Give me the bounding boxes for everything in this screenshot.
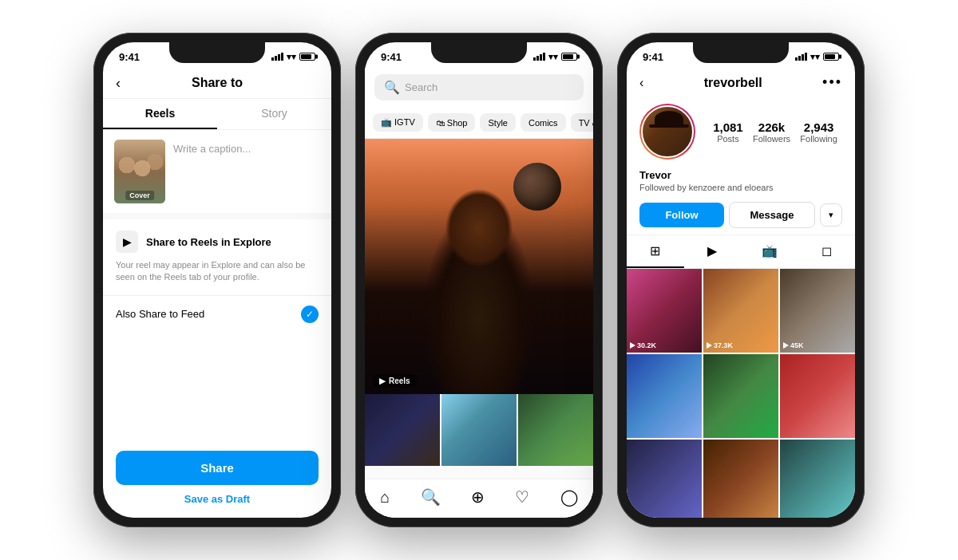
category-style[interactable]: Style: [480, 113, 515, 132]
time-1: 9:41: [119, 51, 140, 63]
posts-stat: 1,081 Posts: [713, 120, 743, 144]
posts-label: Posts: [713, 134, 743, 144]
status-icons-3: ▾▾: [795, 52, 839, 62]
battery-icon-1: [299, 53, 315, 61]
profile-grid-cell-5[interactable]: [703, 354, 778, 438]
battery-icon-2: [561, 53, 577, 61]
status-icons-2: ▾▾: [533, 52, 577, 62]
add-nav-icon[interactable]: ⊕: [471, 487, 485, 507]
wifi-icon-3: ▾▾: [810, 52, 820, 62]
category-shop[interactable]: 🛍 Shop: [428, 113, 476, 132]
share-header: ‹ Share to: [103, 68, 331, 99]
also-share-row[interactable]: Also Share to Feed ✓: [103, 295, 331, 333]
follow-button[interactable]: Follow: [639, 203, 724, 227]
tab-tv[interactable]: 📺: [741, 235, 798, 268]
notch-2: [431, 42, 527, 63]
heart-nav-icon[interactable]: ♡: [515, 487, 529, 507]
search-icon: 🔍: [384, 80, 400, 95]
tabs-container: Reels Story: [103, 99, 331, 130]
phone-3-screen: 9:41 ▾▾ ‹ trevorbell •••: [627, 42, 855, 518]
following-stat[interactable]: 2,943 Following: [800, 120, 837, 144]
more-options-icon[interactable]: •••: [822, 74, 842, 91]
phone2-content: 🔍 Search 📺 IGTV 🛍 Shop Style Comics TV &…: [365, 68, 593, 518]
content-tabs: ⊞ ▶ 📺 ◻: [627, 235, 855, 269]
grid-thumb-2[interactable]: [441, 394, 517, 466]
profile-grid-cell-2[interactable]: 37.3K: [703, 269, 778, 353]
also-share-label: Also Share to Feed: [116, 308, 204, 320]
phone-1-screen: 9:41 ▾▾ ‹ Share to Reels: [103, 42, 331, 518]
profile-grid-cell-9[interactable]: [780, 440, 855, 518]
profile-back-arrow[interactable]: ‹: [639, 76, 643, 90]
profile-username: trevorbell: [704, 76, 762, 90]
caption-area: Cover Write a caption...: [103, 130, 331, 213]
phone1-content: ‹ Share to Reels Story Cover Write a cap…: [103, 68, 331, 518]
signal-icon-2: [533, 53, 545, 61]
avatar-image: [641, 105, 694, 158]
share-button[interactable]: Share: [116, 451, 319, 485]
following-label: Following: [800, 134, 837, 144]
home-nav-icon[interactable]: ⌂: [380, 488, 390, 507]
profile-header: ‹ trevorbell •••: [627, 68, 855, 97]
message-button[interactable]: Message: [729, 202, 815, 228]
explore-grid: [365, 394, 593, 466]
phone-2-screen: 9:41 ▾▾ 🔍 Search: [365, 42, 593, 518]
profile-name: Trevor: [627, 166, 855, 183]
profile-grid-cell-3[interactable]: 45K: [780, 269, 855, 353]
notch-3: [693, 42, 789, 63]
tab-story[interactable]: Story: [217, 99, 331, 129]
posts-count: 1,081: [713, 120, 743, 134]
tab-reels[interactable]: Reels: [103, 99, 217, 129]
status-icons-1: ▾▾: [271, 52, 315, 62]
profile-grid-cell-7[interactable]: [627, 440, 702, 518]
reels-explore-icon: ▶: [116, 231, 138, 253]
time-3: 9:41: [643, 51, 663, 63]
tab-tagged[interactable]: ◻: [798, 235, 856, 268]
profile-grid-cell-4[interactable]: [627, 354, 702, 438]
followers-label: Followers: [753, 134, 790, 144]
bottom-nav-2: ⌂ 🔍 ⊕ ♡ ◯: [365, 479, 593, 518]
followers-stat[interactable]: 226k Followers: [753, 120, 790, 144]
back-arrow[interactable]: ‹: [116, 75, 121, 92]
share-title: Share to: [192, 76, 243, 90]
play-count-3: 45K: [783, 341, 804, 349]
checkmark-icon[interactable]: ✓: [301, 306, 319, 323]
profile-nav-icon[interactable]: ◯: [560, 487, 578, 507]
explore-title: Share to Reels in Explore: [146, 236, 271, 248]
play-count-1: 30.2K: [630, 341, 656, 349]
phone-2: 9:41 ▾▾ 🔍 Search: [355, 33, 603, 527]
dropdown-button[interactable]: ▾: [820, 203, 842, 227]
grid-thumb-1[interactable]: [365, 394, 440, 466]
profile-grid-cell-8[interactable]: [703, 440, 778, 518]
category-igtv[interactable]: 📺 IGTV: [373, 113, 423, 132]
search-nav-icon[interactable]: 🔍: [421, 487, 441, 507]
avatar-ring: [639, 104, 695, 160]
followers-count: 226k: [753, 120, 790, 134]
explore-desc: Your reel may appear in Explore and can …: [116, 259, 319, 284]
categories-row: 📺 IGTV 🛍 Shop Style Comics TV & Movie: [365, 107, 593, 139]
action-buttons: Follow Message ▾: [627, 199, 855, 235]
cover-label: Cover: [125, 191, 154, 200]
ball-image: [513, 163, 561, 211]
share-btn-area: Share Save as Draft: [103, 438, 331, 518]
followed-by: Followed by kenzoere and eloears: [627, 183, 855, 199]
profile-grid-cell-6[interactable]: [780, 354, 855, 438]
battery-icon-3: [823, 53, 839, 61]
notch-1: [169, 42, 265, 63]
wifi-icon-2: ▾▾: [548, 52, 558, 62]
time-2: 9:41: [381, 51, 402, 63]
tab-reels-profile[interactable]: ▶: [684, 235, 742, 268]
tab-grid[interactable]: ⊞: [627, 235, 684, 268]
save-draft-button[interactable]: Save as Draft: [116, 493, 319, 505]
following-count: 2,943: [800, 120, 837, 134]
signal-icon-3: [795, 53, 807, 61]
profile-grid: 30.2K 37.3K 45K: [627, 269, 855, 518]
search-bar: 🔍 Search: [365, 68, 593, 107]
profile-grid-cell-1[interactable]: 30.2K: [627, 269, 702, 353]
category-tv-movies[interactable]: TV & Movie: [571, 113, 593, 132]
play-count-2: 37.3K: [707, 341, 733, 349]
grid-thumb-3[interactable]: [518, 394, 593, 466]
search-box[interactable]: 🔍 Search: [374, 74, 584, 101]
category-comics[interactable]: Comics: [521, 113, 566, 132]
caption-input[interactable]: Write a caption...: [173, 140, 320, 155]
phone3-content: ‹ trevorbell ••• 1,081 Posts: [627, 68, 855, 518]
